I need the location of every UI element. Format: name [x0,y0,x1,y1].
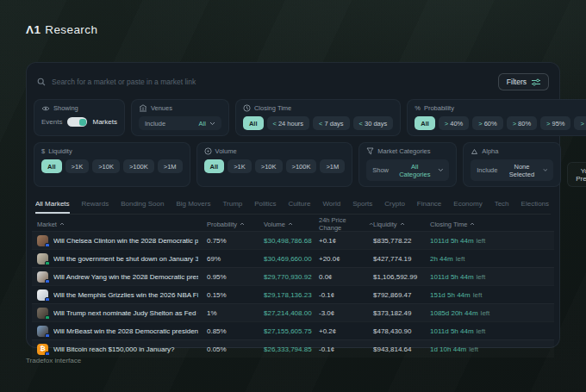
filter-chip[interactable]: >60% [472,116,502,130]
venue-badge-icon [45,297,50,301]
market-row[interactable]: Will the government be shut down on Janu… [32,249,554,267]
alpha-include-label: Include [477,166,497,174]
tab[interactable]: World [322,196,340,214]
venue-badge-icon [45,261,50,264]
col-header-liquidity[interactable]: Liquidity [373,221,430,228]
market-row[interactable]: Will Andrew Yang win the 2028 Democratic… [32,267,554,285]
filter-chip[interactable]: <30 days [353,116,394,130]
filter-chip[interactable]: >80% [507,116,537,130]
tab[interactable]: Crypto [384,196,405,214]
market-row[interactable]: Will the Memphis Grizzlies win the 2026 … [32,285,554,303]
filter-chip[interactable]: >1K [228,159,252,173]
market-title: Will Chelsea Clinton win the 2028 Democr… [53,237,198,245]
search-input[interactable] [52,78,498,86]
volume-title-label: Volume [215,147,237,155]
categories-dropdown[interactable]: Show All Categories [366,159,449,181]
closing-time-value: 1d 10h 44mleft [430,345,554,353]
closing-time-value: 151d 5h 44mleft [430,291,554,299]
tab[interactable]: Finance [417,196,441,214]
andrew-yang-photo [37,271,48,283]
market-row[interactable]: Will Chelsea Clinton win the 2028 Democr… [32,231,554,249]
filter-chip[interactable]: >10K [92,159,120,173]
filter-chip[interactable]: >10K [255,159,283,173]
filter-chip[interactable]: <7 days [313,116,350,130]
filter-chip[interactable]: >99% [574,116,586,130]
filter-chip[interactable]: >100K [123,159,154,173]
chevron-down-icon [438,168,444,172]
volume-value: $26,333,794.85 [264,345,319,353]
left-label: left [456,255,465,263]
left-label: left [473,291,483,299]
market-row[interactable]: Will Trump next nominate Judy Shelton as… [32,303,554,321]
chevron-down-icon [543,168,548,172]
dollar-icon: $ [41,147,45,155]
market-row[interactable]: Will MrBeast win the 2028 Democratic pre… [32,321,554,339]
closing-time-title-label: Closing Time [254,104,291,112]
showing-title-label: Showing [53,104,78,112]
bank-icon [139,104,147,112]
filter-chip[interactable]: All [204,159,225,173]
liquidity-value: $835,778.22 [373,237,430,245]
tab[interactable]: Big Movers [176,196,210,214]
filter-chip[interactable]: All [41,159,62,173]
sort-caret-icon [470,222,475,226]
price-change-value: -0.1¢ [319,291,373,299]
volume-value: $27,155,605.75 [264,327,319,335]
liquidity-title-label: Liquidity [48,147,72,155]
filter-chip[interactable]: <24 hours [267,116,310,130]
filter-chip[interactable]: All [243,116,264,130]
tab[interactable]: Tech [495,196,509,214]
gauge-icon [204,147,212,155]
closing-time-value: 2h 44mleft [430,255,554,263]
volume-value: $30,498,786.68 [264,237,319,245]
filter-chip[interactable]: >1K [65,159,90,173]
col-header-closing-time[interactable]: Closing Time [430,221,554,228]
alpha-include-dropdown[interactable]: Include None Selected [471,159,553,181]
search-box [37,78,498,86]
venues-title-label: Venues [151,104,172,112]
filter-chip[interactable]: >95% [540,116,570,130]
your-presets-dropdown[interactable]: Your Presets None [567,162,586,187]
market-title: Will MrBeast win the 2028 Democratic pre… [53,327,198,335]
tab[interactable]: Economy [453,196,482,214]
market-categories-panel: Market Categories Show All Categories [358,142,457,187]
closing-time-value: 1011d 5h 44mleft [430,273,554,281]
tab[interactable]: Sports [352,196,372,214]
events-markets-toggle[interactable] [67,117,87,127]
col-header-volume[interactable]: Volume [264,221,319,228]
venue-badge-icon [45,333,50,337]
tab[interactable]: Trump [222,196,242,214]
col-header-market[interactable]: Market [37,221,207,228]
category-tabs: All MarketsRewardsBonding SoonBig Movers… [35,196,551,215]
market-row[interactable]: ₿ Will Bitcoin reach $150,000 in January… [32,339,554,358]
col-header-price-change[interactable]: 24h Price Change [319,216,373,232]
search-icon [37,78,46,86]
filters-button[interactable]: Filters [498,73,549,90]
venues-include-dropdown[interactable]: Include All [139,116,221,130]
filter-chip[interactable]: >1M [158,159,183,173]
probability-value: 0.05% [207,345,264,353]
filter-chip[interactable]: >1M [320,159,345,173]
closing-time-value: 1011d 5h 44mleft [430,327,554,335]
filter-chip[interactable]: >40% [439,116,469,130]
tab[interactable]: All Markets [35,196,70,214]
col-header-probability[interactable]: Probability [207,221,264,228]
table-header: Market Probability Volume 24h Price Chan… [32,216,554,231]
filter-chip[interactable]: All [415,116,435,130]
venue-badge-icon [45,243,50,246]
alpha-panel: Alpha Include None Selected [463,142,561,187]
liquidity-value: $1,106,592.99 [373,273,430,281]
sort-caret-icon [400,222,405,226]
tab[interactable]: Bonding Soon [121,196,164,214]
probability-title-label: Probability [424,104,454,112]
tab[interactable]: Rewards [82,196,109,214]
tab[interactable]: Elections [521,196,549,214]
tab[interactable]: Culture [289,196,311,214]
grizzlies-logo [37,289,48,301]
tab[interactable]: Politics [254,196,276,214]
market-title: Will the Memphis Grizzlies win the 2026 … [53,291,198,299]
clock-icon [243,104,251,112]
venue-badge-icon [45,315,50,319]
left-label: left [469,345,478,353]
filter-chip[interactable]: >100K [286,159,317,173]
